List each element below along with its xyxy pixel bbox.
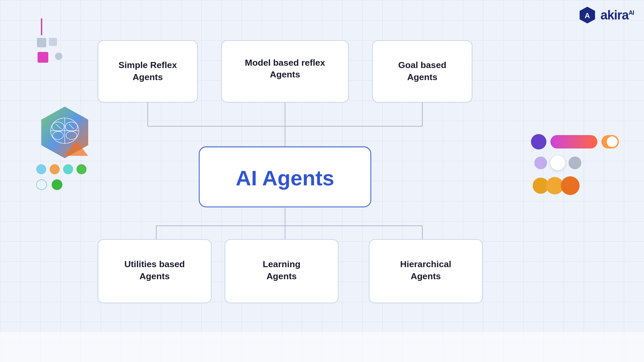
deco-square-1: [37, 38, 46, 47]
dot-orange: [50, 164, 60, 174]
svg-text:Agents: Agents: [132, 72, 163, 82]
svg-text:Model based reflex: Model based reflex: [245, 58, 325, 68]
logo-text: akiraAI: [600, 8, 634, 22]
svg-text:Utilities based: Utilities based: [124, 259, 185, 269]
svg-text:Simple Reflex: Simple Reflex: [118, 60, 177, 70]
deco-pink-square: [38, 52, 48, 63]
akira-logo-icon: A: [578, 6, 596, 24]
deco-squares-row: [37, 38, 57, 47]
svg-text:AI Agents: AI Agents: [236, 166, 334, 190]
logo-area: A akiraAI: [578, 6, 634, 24]
left-decoration: [37, 18, 62, 63]
diagram-svg: Simple Reflex Agents Model based reflex …: [74, 27, 579, 322]
dot-teal: [63, 164, 73, 174]
bottom-bar: [0, 332, 644, 362]
svg-text:Agents: Agents: [411, 271, 441, 281]
deco-vertical-line: [41, 18, 42, 35]
logo-superscript: AI: [629, 9, 634, 16]
svg-text:Agents: Agents: [407, 72, 437, 82]
diagram-container: Simple Reflex Agents Model based reflex …: [74, 27, 579, 322]
svg-text:Agents: Agents: [270, 69, 300, 79]
right-toggle: [601, 135, 619, 148]
svg-text:A: A: [585, 11, 590, 20]
svg-rect-19: [373, 41, 472, 102]
deco-square-2: [49, 38, 57, 46]
dot-green-filled: [52, 179, 62, 190]
svg-text:Goal based: Goal based: [398, 60, 446, 70]
dot-blue-outline: [36, 179, 47, 190]
svg-text:Hierarchical: Hierarchical: [400, 259, 451, 269]
svg-text:Agents: Agents: [266, 271, 297, 281]
dot-blue-1: [36, 164, 46, 174]
deco-gray-circle: [55, 53, 62, 60]
color-dots-row-2: [36, 179, 62, 190]
svg-text:Agents: Agents: [140, 271, 170, 281]
svg-text:Learning: Learning: [263, 259, 300, 269]
svg-rect-13: [98, 41, 198, 102]
